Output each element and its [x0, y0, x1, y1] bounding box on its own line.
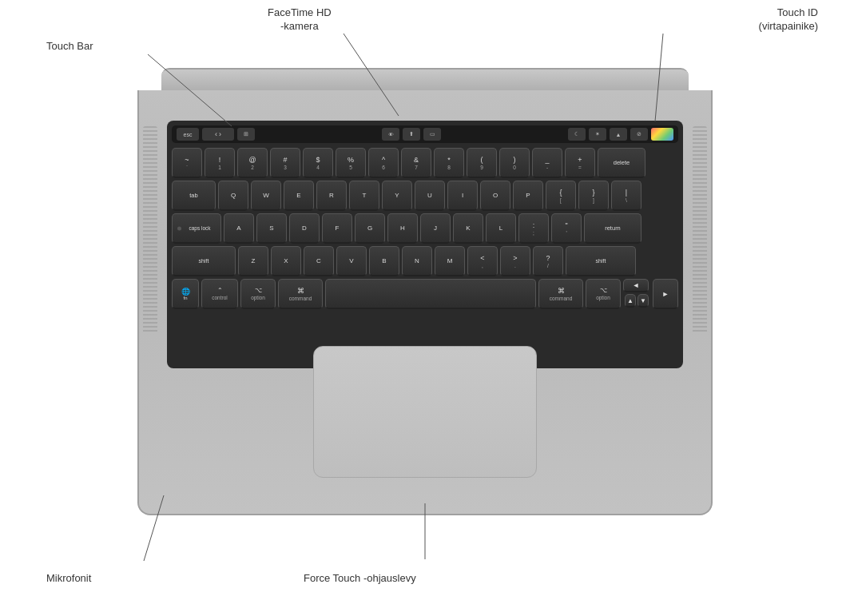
key-o[interactable]: O: [480, 181, 510, 211]
speaker-left: [143, 126, 157, 334]
key-tab[interactable]: tab: [172, 181, 216, 211]
key-equals[interactable]: +=: [565, 148, 595, 178]
key-6[interactable]: ^6: [368, 148, 399, 178]
tb-grid-btn[interactable]: ⊞: [237, 128, 255, 141]
key-row-qwerty: tab Q W E R T Y U I O P {[ }] |\: [172, 181, 678, 211]
key-arrow-down[interactable]: ▼: [638, 294, 649, 308]
key-m[interactable]: M: [435, 246, 465, 276]
key-8[interactable]: *8: [434, 148, 464, 178]
key-q[interactable]: Q: [218, 181, 248, 211]
key-row-bottom: 🌐 fn ⌃ control ⌥ option ⌘ command: [172, 279, 678, 309]
key-row-asdf: caps lock A S D F G H J K L :; "' return: [172, 213, 678, 244]
key-j[interactable]: J: [420, 213, 451, 244]
key-u[interactable]: U: [415, 181, 445, 211]
key-n[interactable]: N: [402, 246, 432, 276]
key-quote[interactable]: "': [551, 213, 582, 244]
key-delete[interactable]: delete: [598, 148, 645, 178]
key-t[interactable]: T: [349, 181, 379, 211]
tb-share-btn[interactable]: ⬆: [403, 128, 420, 141]
key-command-left[interactable]: ⌘ command: [278, 279, 323, 309]
key-fn[interactable]: 🌐 fn: [172, 279, 199, 309]
key-control[interactable]: ⌃ control: [201, 279, 238, 309]
tb-moon-btn[interactable]: ☾: [568, 128, 586, 141]
key-2[interactable]: @2: [237, 148, 268, 178]
key-s[interactable]: S: [256, 213, 287, 244]
tb-window-btn[interactable]: ▭: [423, 128, 441, 141]
tb-vol-btn[interactable]: ▲: [610, 128, 627, 141]
tb-touchid-btn[interactable]: [651, 128, 673, 141]
key-option-right[interactable]: ⌥ option: [586, 279, 621, 309]
key-7[interactable]: &7: [401, 148, 431, 178]
macbook-body: esc ‹ › ⊞ 👁 ⬆ ▭ ☾ ✶ ▲ ⊘: [137, 90, 713, 515]
key-v[interactable]: V: [336, 246, 367, 276]
key-arrow-right[interactable]: ►: [653, 279, 678, 309]
key-space[interactable]: [325, 279, 536, 309]
key-3[interactable]: #3: [270, 148, 300, 178]
key-comma[interactable]: <,: [467, 246, 498, 276]
key-x[interactable]: X: [271, 246, 301, 276]
key-slash[interactable]: ?/: [533, 246, 563, 276]
key-z[interactable]: Z: [238, 246, 268, 276]
arrow-key-group: ◄ ▲ ▼: [623, 279, 650, 309]
label-microfonit: Mikrofonit: [46, 572, 91, 586]
key-a[interactable]: A: [224, 213, 254, 244]
key-5[interactable]: %5: [336, 148, 366, 178]
key-option-left[interactable]: ⌥ option: [240, 279, 276, 309]
key-shift-left[interactable]: shift: [172, 246, 236, 276]
tb-esc-key[interactable]: esc: [177, 128, 199, 141]
macbook-lid: [161, 68, 689, 90]
label-touchid: Touch ID(virtapainike): [759, 6, 818, 34]
key-backslash[interactable]: |\: [611, 181, 641, 211]
speaker-right: [693, 126, 707, 334]
key-l[interactable]: L: [486, 213, 516, 244]
tb-eye-btn[interactable]: 👁: [382, 128, 399, 141]
key-command-right[interactable]: ⌘ command: [538, 279, 583, 309]
key-p[interactable]: P: [513, 181, 543, 211]
label-camera: FaceTime HD-kamera: [268, 6, 332, 34]
label-touchbar: Touch Bar: [46, 40, 93, 54]
macbook-illustration: esc ‹ › ⊞ 👁 ⬆ ▭ ☾ ✶ ▲ ⊘: [137, 68, 713, 515]
key-bracket-l[interactable]: {[: [546, 181, 576, 211]
key-1[interactable]: !1: [205, 148, 235, 178]
key-c[interactable]: C: [304, 246, 334, 276]
key-shift-right[interactable]: shift: [566, 246, 636, 276]
label-forcetouch: Force Touch -ohjauslevy: [304, 572, 416, 586]
key-y[interactable]: Y: [382, 181, 412, 211]
key-return[interactable]: return: [584, 213, 641, 244]
key-row-numbers: ~` !1 @2 #3 $4 %5 ^6 &7 *8 (9 )0 _- += d…: [172, 148, 678, 178]
key-bracket-r[interactable]: }]: [578, 181, 609, 211]
key-d[interactable]: D: [289, 213, 320, 244]
trackpad[interactable]: [313, 346, 537, 478]
key-f[interactable]: F: [322, 213, 352, 244]
key-i[interactable]: I: [447, 181, 478, 211]
key-period[interactable]: >.: [500, 246, 530, 276]
key-h[interactable]: H: [387, 213, 418, 244]
key-k[interactable]: K: [453, 213, 483, 244]
key-r[interactable]: R: [316, 181, 347, 211]
tb-nav-keys[interactable]: ‹ ›: [202, 128, 234, 141]
key-minus[interactable]: _-: [532, 148, 562, 178]
key-arrow-left[interactable]: ◄: [623, 279, 649, 292]
diagram-container: Touch Bar FaceTime HD-kamera Touch ID(vi…: [0, 0, 850, 616]
tb-mute-btn[interactable]: ⊘: [630, 128, 648, 141]
touch-bar: esc ‹ › ⊞ 👁 ⬆ ▭ ☾ ✶ ▲ ⊘: [172, 125, 678, 143]
key-row-zxcv: shift Z X C V B N M <, >. ?/ shift: [172, 246, 678, 276]
key-0[interactable]: )0: [499, 148, 530, 178]
key-semicolon[interactable]: :;: [518, 213, 549, 244]
key-capslock[interactable]: caps lock: [172, 213, 221, 244]
tb-bright-btn[interactable]: ✶: [589, 128, 606, 141]
key-w[interactable]: W: [251, 181, 281, 211]
key-tilde[interactable]: ~`: [172, 148, 202, 178]
key-e[interactable]: E: [284, 181, 314, 211]
key-arrow-up[interactable]: ▲: [625, 294, 636, 308]
key-4[interactable]: $4: [303, 148, 333, 178]
key-9[interactable]: (9: [467, 148, 497, 178]
key-b[interactable]: B: [369, 246, 399, 276]
keyboard-area: esc ‹ › ⊞ 👁 ⬆ ▭ ☾ ✶ ▲ ⊘: [167, 121, 683, 368]
key-g[interactable]: G: [355, 213, 385, 244]
